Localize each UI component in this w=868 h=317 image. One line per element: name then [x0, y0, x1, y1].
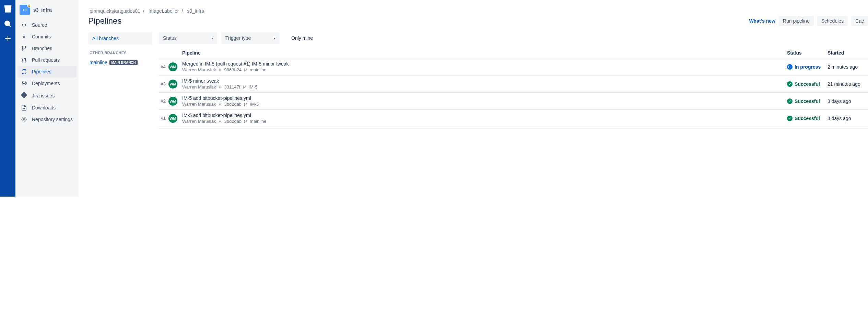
branch-label[interactable]: IM-5: [250, 102, 259, 107]
table-row[interactable]: #2WMIM-5 add bitbucket-pipelines.ymlWarr…: [159, 93, 868, 110]
table-row[interactable]: #4WMMerged in IM-5 (pull request #1) IM-…: [159, 58, 868, 75]
pipeline-subtitle: Warren Marusiak331147fIM-5: [182, 84, 787, 90]
repo-header[interactable]: 🔒 s3_infra: [17, 5, 77, 19]
breadcrumb-item[interactable]: pmmquickstartguides01: [88, 8, 142, 14]
trigger-type-filter[interactable]: Trigger type ▾: [221, 32, 280, 44]
branch-label[interactable]: IM-5: [248, 84, 257, 90]
svg-point-8: [25, 46, 26, 47]
sidebar-item-pull-requests[interactable]: Pull requests: [17, 54, 77, 66]
pipeline-number: #2: [159, 98, 168, 104]
success-icon: [787, 81, 793, 87]
page-title: Pipelines: [88, 16, 121, 26]
jira-icon: [21, 92, 27, 99]
branch-label[interactable]: mainline: [250, 119, 266, 124]
svg-point-20: [244, 69, 245, 69]
sidebar-item-pipelines[interactable]: Pipelines: [17, 66, 77, 78]
pipeline-number: #1: [159, 116, 168, 121]
table-row[interactable]: #1WMIM-5 add bitbucket-pipelines.ymlWarr…: [159, 110, 868, 127]
main-content: pmmquickstartguides01/ ImageLabeller/ s3…: [79, 0, 868, 197]
commit-hash[interactable]: 331147f: [224, 84, 240, 90]
sidebar-item-label: Pipelines: [32, 69, 51, 74]
sidebar-item-repo-settings[interactable]: Repository settings: [17, 114, 77, 125]
sidebar-item-commits[interactable]: Commits: [17, 31, 77, 43]
repo-sidebar: 🔒 s3_infra Source Commits Branches Pull …: [15, 0, 79, 197]
avatar: WM: [168, 114, 177, 123]
branch-item-mainline[interactable]: mainline MAIN BRANCH: [88, 58, 152, 67]
whats-new-link[interactable]: What's new: [749, 18, 775, 24]
sidebar-item-deployments[interactable]: Deployments: [17, 78, 77, 89]
status-badge: In progress: [787, 64, 828, 70]
column-header-started: Started: [828, 50, 868, 56]
svg-point-30: [220, 104, 221, 105]
lock-icon: 🔒: [27, 3, 31, 8]
svg-point-9: [22, 49, 23, 50]
run-pipeline-button[interactable]: Run pipeline: [779, 16, 814, 26]
svg-point-23: [788, 66, 791, 68]
pipeline-title: IM-5 minor tweak: [182, 78, 787, 84]
schedules-button[interactable]: Schedules: [817, 16, 848, 26]
svg-point-36: [220, 121, 221, 122]
commit-icon: [218, 85, 222, 89]
branch-icon: [244, 102, 248, 106]
global-nav-rail: [0, 0, 15, 197]
sidebar-item-source[interactable]: Source: [17, 19, 77, 31]
svg-point-33: [244, 103, 245, 104]
only-mine-toggle[interactable]: Only mine: [291, 35, 313, 41]
commit-icon: [218, 119, 222, 124]
sidebar-item-label: Repository settings: [32, 117, 73, 122]
started-time: 21 minutes ago: [828, 81, 868, 87]
svg-point-22: [244, 71, 245, 71]
sidebar-item-jira-issues[interactable]: Jira issues: [17, 89, 77, 102]
pipeline-title: Merged in IM-5 (pull request #1) IM-5 mi…: [182, 61, 787, 67]
chevron-down-icon: ▾: [274, 36, 275, 40]
commit-hash[interactable]: 3bd2dab: [224, 119, 242, 124]
commit-icon: [218, 68, 222, 72]
pipeline-author: Warren Marusiak: [182, 119, 216, 124]
search-icon[interactable]: [4, 20, 12, 28]
sidebar-item-branches[interactable]: Branches: [17, 43, 77, 54]
pipeline-title: IM-5 add bitbucket-pipelines.yml: [182, 113, 787, 118]
sidebar-item-label: Jira issues: [32, 93, 55, 98]
svg-point-40: [246, 120, 247, 121]
breadcrumb-item[interactable]: s3_infra: [186, 8, 206, 14]
breadcrumb-item[interactable]: ImageLabeller: [147, 8, 180, 14]
pipeline-number: #4: [159, 64, 168, 69]
create-icon[interactable]: [4, 34, 12, 43]
trigger-filter-label: Trigger type: [225, 35, 251, 41]
svg-point-17: [220, 69, 221, 70]
commit-icon: [218, 102, 222, 106]
svg-point-27: [243, 86, 244, 86]
column-header-pipeline: Pipeline: [182, 50, 787, 56]
all-branches-tab[interactable]: All branches: [88, 32, 152, 45]
branch-icon: [244, 68, 248, 72]
status-text: Successful: [795, 81, 820, 87]
svg-point-16: [23, 119, 25, 120]
status-filter[interactable]: Status ▾: [159, 32, 217, 44]
started-time: 3 days ago: [828, 98, 868, 104]
sidebar-item-downloads[interactable]: Downloads: [17, 102, 77, 114]
svg-point-0: [5, 21, 10, 26]
pipeline-author: Warren Marusiak: [182, 84, 216, 90]
svg-rect-14: [21, 92, 27, 98]
success-icon: [787, 98, 793, 104]
sidebar-item-label: Branches: [32, 46, 52, 51]
other-branches-label: OTHER BRANCHES: [88, 45, 152, 58]
pipeline-subtitle: Warren Marusiak3bd2dabmainline: [182, 119, 787, 124]
table-row[interactable]: #3WMIM-5 minor tweakWarren Marusiak33114…: [159, 75, 868, 93]
commit-hash[interactable]: 3bd2dab: [224, 102, 242, 107]
caches-button[interactable]: Cac: [851, 16, 868, 26]
pipeline-subtitle: Warren Marusiak9863b24mainline: [182, 67, 787, 72]
started-time: 2 minutes ago: [828, 64, 868, 70]
branch-label[interactable]: mainline: [250, 67, 266, 72]
branches-panel: All branches OTHER BRANCHES mainline MAI…: [88, 32, 152, 127]
bitbucket-logo[interactable]: [3, 4, 13, 14]
branch-icon: [244, 119, 248, 124]
svg-point-24: [220, 86, 221, 87]
pipeline-subtitle: Warren Marusiak3bd2dabIM-5: [182, 102, 787, 107]
svg-point-21: [246, 69, 247, 69]
sidebar-item-label: Pull requests: [32, 57, 60, 63]
commit-hash[interactable]: 9863b24: [224, 67, 242, 72]
chevron-down-icon: ▾: [211, 36, 213, 40]
svg-point-11: [22, 61, 23, 62]
sidebar-item-label: Commits: [32, 34, 51, 39]
